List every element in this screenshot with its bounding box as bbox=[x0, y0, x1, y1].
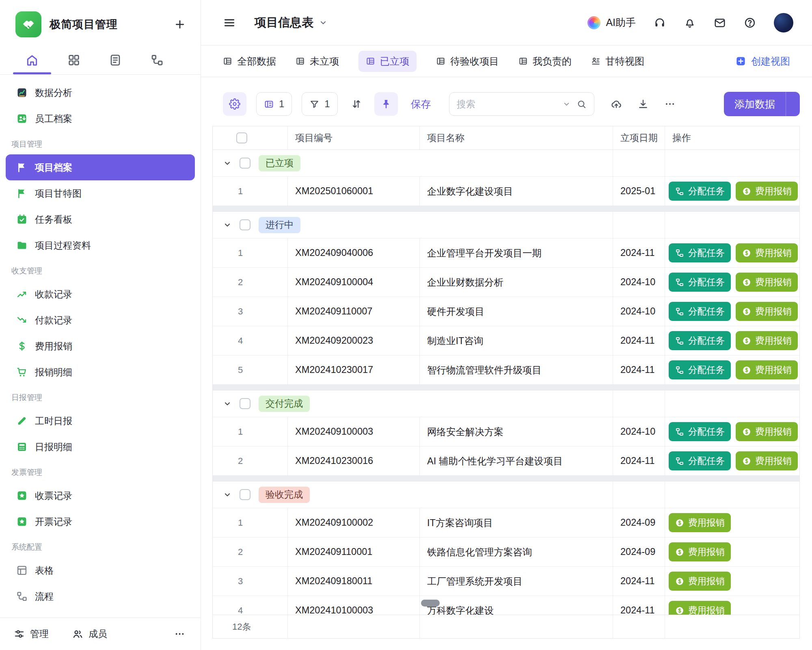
project-date-cell[interactable]: 2024-10 bbox=[613, 268, 665, 297]
view-tab[interactable]: 全部数据 bbox=[223, 55, 276, 68]
project-date-cell[interactable]: 2024-11 bbox=[613, 596, 665, 615]
project-date-cell[interactable]: 2024-11 bbox=[613, 238, 665, 267]
sidebar-item[interactable]: 日报明细 bbox=[6, 434, 195, 460]
column-header-code[interactable]: 项目编号 bbox=[288, 126, 420, 150]
import-upload-icon[interactable] bbox=[611, 98, 622, 110]
sidebar-item[interactable]: 工时日报 bbox=[6, 408, 195, 434]
members-button[interactable]: 成员 bbox=[72, 628, 107, 640]
table-row[interactable]: 4XM202409200023制造业IT咨询2024-11分配任务费用报销 bbox=[213, 326, 799, 355]
project-code-cell[interactable]: XM202409200023 bbox=[288, 326, 420, 355]
user-avatar[interactable] bbox=[774, 13, 793, 32]
table-row[interactable]: 1XM202409100003网络安全解决方案2024-10分配任务费用报销 bbox=[213, 417, 799, 446]
expense-button[interactable]: 费用报销 bbox=[736, 302, 798, 321]
table-row[interactable]: 2XM202409100004企业业财数据分析2024-10分配任务费用报销 bbox=[213, 268, 799, 297]
workspace-tab-flow[interactable] bbox=[136, 46, 178, 74]
sidebar-item[interactable]: 数据分析 bbox=[6, 80, 195, 106]
assign-task-button[interactable]: 分配任务 bbox=[669, 331, 731, 350]
hamburger-menu-icon[interactable] bbox=[223, 16, 236, 29]
workspace-tab-doc[interactable] bbox=[95, 46, 136, 74]
project-name-cell[interactable]: 企业业财数据分析 bbox=[420, 268, 613, 297]
table-row[interactable]: 3XM202409180011工厂管理系统开发项目2024-11费用报销 bbox=[213, 567, 799, 596]
project-name-cell[interactable]: 企业数字化建设项目 bbox=[420, 177, 613, 206]
assign-task-button[interactable]: 分配任务 bbox=[669, 243, 731, 262]
assign-task-button[interactable]: 分配任务 bbox=[669, 302, 731, 321]
sidebar-item[interactable]: 费用报销 bbox=[6, 333, 195, 359]
project-date-cell[interactable]: 2024-11 bbox=[613, 446, 665, 475]
table-row[interactable]: 2XM202409110001铁路信息化管理方案咨询2024-09费用报销 bbox=[213, 537, 799, 567]
page-title-group[interactable]: 项目信息表 bbox=[255, 15, 327, 31]
project-name-cell[interactable]: 智行物流管理软件升级项目 bbox=[420, 355, 613, 384]
expense-button[interactable]: 费用报销 bbox=[736, 360, 798, 379]
export-download-icon[interactable] bbox=[637, 98, 649, 110]
sort-icon[interactable] bbox=[351, 98, 362, 110]
project-code-cell[interactable]: XM202409100003 bbox=[288, 417, 420, 446]
group-checkbox[interactable] bbox=[240, 219, 251, 230]
project-date-cell[interactable]: 2024-11 bbox=[613, 326, 665, 355]
project-name-cell[interactable]: 制造业IT咨询 bbox=[420, 326, 613, 355]
project-code-cell[interactable]: XM202409110001 bbox=[288, 537, 420, 566]
create-view-tab[interactable]: 创建视图 bbox=[735, 55, 790, 68]
expense-button[interactable]: 费用报销 bbox=[736, 182, 798, 201]
column-header-date[interactable]: 立项日期 bbox=[613, 126, 665, 150]
help-icon[interactable] bbox=[744, 17, 756, 29]
view-tab[interactable]: 已立项 bbox=[358, 51, 417, 72]
field-config-button[interactable]: 1 bbox=[256, 92, 292, 116]
more-options-icon[interactable] bbox=[174, 628, 185, 639]
project-code-cell[interactable]: XM202409110007 bbox=[288, 297, 420, 326]
sidebar-item[interactable]: 任务看板 bbox=[6, 206, 195, 232]
project-code-cell[interactable]: XM202409100004 bbox=[288, 268, 420, 297]
assign-task-button[interactable]: 分配任务 bbox=[669, 273, 731, 292]
sidebar-item[interactable]: 开票记录 bbox=[6, 509, 195, 535]
save-button[interactable]: 保存 bbox=[411, 98, 431, 111]
view-tab[interactable]: 待验收项目 bbox=[436, 55, 499, 68]
project-name-cell[interactable]: 万科数字化建设 bbox=[420, 596, 613, 615]
project-date-cell[interactable]: 2024-09 bbox=[613, 537, 665, 566]
project-code-cell[interactable]: XM202410230017 bbox=[288, 355, 420, 384]
table-row[interactable]: 5XM202410230017智行物流管理软件升级项目2024-11分配任务费用… bbox=[213, 355, 799, 385]
select-all-checkbox[interactable] bbox=[236, 132, 247, 143]
sidebar-item[interactable]: 收票记录 bbox=[6, 483, 195, 509]
project-date-cell[interactable]: 2024-10 bbox=[613, 297, 665, 326]
search-input[interactable] bbox=[457, 99, 557, 110]
project-date-cell[interactable]: 2024-09 bbox=[613, 508, 665, 537]
search-icon[interactable] bbox=[577, 99, 587, 109]
workspace-tab-grid4[interactable] bbox=[53, 46, 95, 74]
expense-button[interactable]: 费用报销 bbox=[669, 572, 731, 591]
expense-button[interactable]: 费用报销 bbox=[669, 601, 731, 615]
add-data-chevron-icon[interactable] bbox=[786, 100, 800, 108]
sidebar-item[interactable]: 收款记录 bbox=[6, 281, 195, 307]
expense-button[interactable]: 费用报销 bbox=[736, 422, 798, 441]
project-code-cell[interactable]: XM202409100002 bbox=[288, 508, 420, 537]
project-code-cell[interactable]: XM202409180011 bbox=[288, 567, 420, 596]
column-header-name[interactable]: 项目名称 bbox=[420, 126, 613, 150]
add-workspace-icon[interactable] bbox=[174, 18, 186, 30]
expense-button[interactable]: 费用报销 bbox=[669, 513, 731, 532]
search-scope-chevron-icon[interactable] bbox=[563, 100, 570, 108]
table-row[interactable]: 2XM202410230016AI 辅助个性化学习平台建设项目2024-11分配… bbox=[213, 446, 799, 476]
notifications-bell-icon[interactable] bbox=[684, 17, 696, 29]
project-name-cell[interactable]: 网络安全解决方案 bbox=[420, 417, 613, 446]
project-date-cell[interactable]: 2024-11 bbox=[613, 355, 665, 384]
project-name-cell[interactable]: 铁路信息化管理方案咨询 bbox=[420, 537, 613, 566]
assign-task-button[interactable]: 分配任务 bbox=[669, 182, 731, 201]
workspace-tab-home[interactable] bbox=[11, 46, 53, 74]
expense-button[interactable]: 费用报销 bbox=[736, 451, 798, 470]
sidebar-item[interactable]: 报销明细 bbox=[6, 359, 195, 385]
ai-assistant-button[interactable]: AI助手 bbox=[587, 16, 636, 29]
group-checkbox[interactable] bbox=[240, 489, 251, 500]
view-tab[interactable]: 甘特视图 bbox=[591, 55, 644, 68]
manage-button[interactable]: 管理 bbox=[14, 628, 49, 640]
sidebar-item[interactable]: 项目档案 bbox=[6, 154, 195, 180]
view-tab[interactable]: 我负责的 bbox=[518, 55, 572, 68]
group-checkbox[interactable] bbox=[240, 158, 251, 169]
sidebar-item[interactable]: 项目甘特图 bbox=[6, 180, 195, 206]
add-data-button[interactable]: 添加数据 bbox=[724, 92, 800, 116]
settings-button[interactable] bbox=[223, 92, 246, 116]
project-date-cell[interactable]: 2025-01 bbox=[613, 177, 665, 206]
sidebar-item[interactable]: 付款记录 bbox=[6, 307, 195, 333]
project-code-cell[interactable]: XM202410100003 bbox=[288, 596, 420, 615]
project-name-cell[interactable]: AI 辅助个性化学习平台建设项目 bbox=[420, 446, 613, 475]
sidebar-item[interactable]: 表格 bbox=[6, 557, 195, 583]
table-row[interactable]: 4XM202410100003万科数字化建设2024-11费用报销 bbox=[213, 596, 799, 615]
table-row[interactable]: 1XM202501060001企业数字化建设项目2025-01分配任务费用报销 bbox=[213, 177, 799, 206]
